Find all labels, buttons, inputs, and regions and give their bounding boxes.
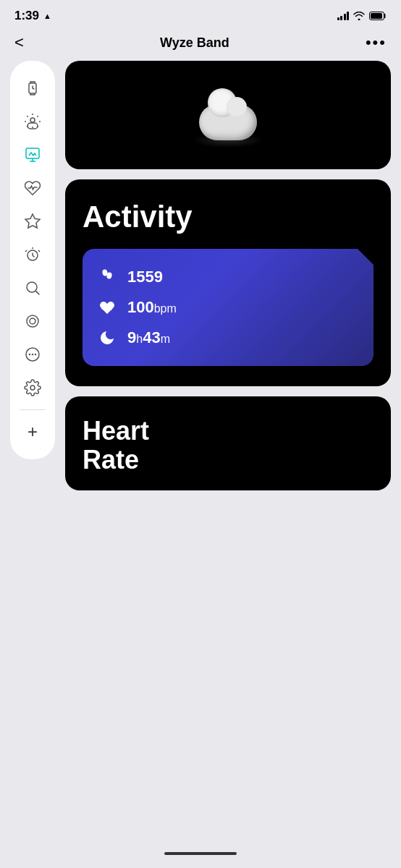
activity-card[interactable]: Activity 1559 <box>65 179 391 386</box>
ring-icon <box>24 312 41 330</box>
signal-icon <box>337 12 350 20</box>
activity-data-box: 1559 100bpm <box>83 249 373 366</box>
alarm-icon <box>24 246 41 263</box>
battery-icon <box>369 12 387 20</box>
main-layout: + Activity <box>0 61 401 490</box>
sidebar-item-activity[interactable] <box>18 140 47 169</box>
status-icons <box>337 12 387 20</box>
heart-rate-card[interactable]: HeartRate <box>65 396 391 490</box>
settings-icon <box>24 379 41 396</box>
add-button[interactable]: + <box>18 417 47 446</box>
sidebar-item-settings[interactable] <box>18 373 47 402</box>
steps-icon <box>97 268 117 286</box>
svg-point-7 <box>27 282 37 292</box>
heart-rate-title: HeartRate <box>83 417 373 474</box>
activity-row-sleep: 9h43m <box>97 323 359 353</box>
heart-icon <box>24 179 41 197</box>
cloud-glow <box>192 133 264 148</box>
weather-icon <box>24 113 41 130</box>
back-button[interactable]: < <box>14 33 24 52</box>
svg-rect-1 <box>371 13 382 19</box>
heart-rate-icon <box>97 299 117 315</box>
time-display: 1:39 <box>14 9 39 23</box>
activity-icon <box>24 146 41 163</box>
sidebar-item-messages[interactable] <box>18 340 47 369</box>
search-icon <box>24 279 41 297</box>
activity-row-hr: 100bpm <box>97 292 359 323</box>
status-bar: 1:39 ▲ <box>0 0 401 27</box>
svg-rect-4 <box>26 148 39 158</box>
home-indicator <box>164 852 237 855</box>
sidebar: + <box>10 61 55 459</box>
wifi-icon <box>353 12 365 20</box>
sleep-value: 9h43m <box>127 328 170 347</box>
page-title: Wyze Band <box>160 35 229 51</box>
svg-point-8 <box>27 315 38 327</box>
location-icon: ▲ <box>43 12 51 20</box>
svg-point-9 <box>30 318 35 324</box>
hr-unit: bpm <box>154 302 177 315</box>
svg-marker-5 <box>25 214 40 228</box>
add-label: + <box>28 422 38 442</box>
activity-title: Activity <box>83 200 373 234</box>
more-button[interactable]: ••• <box>366 33 387 52</box>
activity-row-steps: 1559 <box>97 262 359 292</box>
weather-card[interactable] <box>65 61 391 169</box>
sidebar-item-heart[interactable] <box>18 174 47 203</box>
hr-value: 100bpm <box>127 298 177 317</box>
sidebar-divider <box>20 409 46 410</box>
svg-point-3 <box>30 118 35 122</box>
sidebar-item-search[interactable] <box>18 273 47 302</box>
sidebar-item-watch[interactable] <box>18 74 47 103</box>
nav-bar: < Wyze Band ••• <box>0 27 401 61</box>
watch-icon <box>24 80 41 97</box>
sidebar-item-ring[interactable] <box>18 307 47 336</box>
steps-value: 1559 <box>127 268 163 286</box>
svg-point-11 <box>30 386 35 390</box>
sidebar-item-weather[interactable] <box>18 107 47 136</box>
status-time: 1:39 ▲ <box>14 9 51 23</box>
cards-area: Activity 1559 <box>65 61 391 490</box>
sidebar-item-favorites[interactable] <box>18 207 47 236</box>
messages-icon <box>24 346 41 363</box>
sleep-icon <box>97 329 117 346</box>
cloud-illustration <box>185 82 271 148</box>
sidebar-item-alarm[interactable] <box>18 240 47 269</box>
star-icon <box>24 213 41 230</box>
